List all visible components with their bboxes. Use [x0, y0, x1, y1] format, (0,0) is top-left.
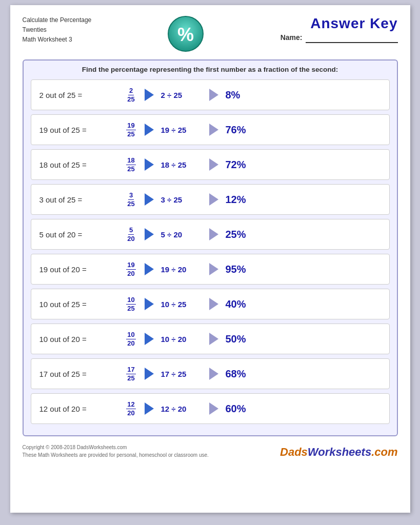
main-content-box: Find the percentage representing the fir…: [23, 59, 398, 436]
fraction-2: 19 25: [124, 122, 138, 138]
division-7: 10 ÷ 25: [161, 300, 202, 309]
fraction-8: 10 20: [124, 331, 138, 347]
division-9: 17 ÷ 25: [161, 370, 202, 378]
answer-5: 25%: [226, 229, 246, 240]
arrow-outline-5: [209, 228, 218, 240]
problem-text-5: 5 out of 20 =: [39, 230, 124, 239]
problem-text-7: 10 out of 25 =: [39, 300, 124, 309]
arrow-outline-1: [209, 89, 218, 101]
problem-row-3: 18 out of 25 = 18 25 18 ÷ 25 72%: [31, 149, 390, 180]
arrow-outline-10: [209, 402, 218, 415]
problem-row-10: 12 out of 20 = 12 20 12 ÷ 20 60%: [31, 393, 390, 424]
arrow-filled-2: [145, 124, 154, 136]
arrow-outline-2: [209, 124, 218, 136]
fraction-9: 17 25: [124, 366, 138, 382]
answer-6: 95%: [226, 264, 246, 275]
footer-left: Copyright © 2008-2018 DadsWorksheets.com…: [23, 443, 209, 459]
problem-text-6: 19 out of 20 =: [39, 265, 124, 274]
arrow-filled-5: [145, 228, 154, 240]
problem-row-4: 3 out of 25 = 3 25 3 ÷ 25 12%: [31, 184, 390, 215]
denominator-5: 20: [126, 235, 135, 243]
title-line1: Calculate the Percentage: [23, 15, 92, 25]
denominator-2: 25: [126, 130, 135, 138]
problems-container: 2 out of 25 = 2 25 2 ÷ 25 8% 19 out of 2…: [31, 79, 390, 424]
division-3: 18 ÷ 25: [161, 160, 202, 169]
denominator-1: 25: [126, 95, 135, 104]
answer-8: 50%: [226, 333, 246, 345]
fraction-5: 5 20: [124, 226, 138, 243]
problem-row-2: 19 out of 25 = 19 25 19 ÷ 25 76%: [31, 114, 390, 145]
arrow-outline-6: [209, 263, 218, 275]
arrow-filled-9: [145, 368, 154, 380]
problem-row-1: 2 out of 25 = 2 25 2 ÷ 25 8%: [31, 79, 390, 110]
denominator-3: 25: [126, 165, 135, 173]
header-center: %: [167, 15, 204, 52]
title-line3: Math Worksheet 3: [23, 35, 92, 45]
arrow-outline-3: [209, 158, 218, 171]
worksheet-page: Calculate the Percentage Twenties Math W…: [10, 5, 410, 513]
arrow-filled-8: [145, 333, 154, 345]
instruction-text: Find the percentage representing the fir…: [31, 66, 390, 73]
denominator-10: 20: [126, 409, 135, 417]
arrow-filled-3: [145, 158, 154, 171]
division-8: 10 ÷ 20: [161, 335, 202, 344]
answer-4: 12%: [226, 194, 246, 206]
numerator-8: 10: [126, 331, 135, 339]
problem-text-2: 19 out of 25 =: [39, 126, 124, 134]
problem-row-7: 10 out of 25 = 10 25 10 ÷ 25 40%: [31, 289, 390, 319]
problem-text-9: 17 out of 25 =: [39, 370, 124, 378]
fraction-1: 2 25: [124, 87, 138, 103]
answer-key-label: Answer Key: [310, 15, 397, 32]
brand-logo: DadsWorksheets.com: [280, 446, 397, 459]
denominator-4: 25: [126, 200, 135, 208]
numerator-1: 2: [128, 87, 134, 95]
answer-1: 8%: [226, 89, 241, 101]
arrow-filled-6: [145, 263, 154, 275]
brand-com: .com: [371, 446, 397, 458]
problem-row-5: 5 out of 20 = 5 20 5 ÷ 20 25%: [31, 219, 390, 250]
arrow-filled-1: [145, 89, 154, 101]
header-left: Calculate the Percentage Twenties Math W…: [23, 15, 92, 45]
arrow-outline-9: [209, 368, 218, 380]
brand-dads: Dads: [280, 446, 308, 458]
problem-text-1: 2 out of 25 =: [39, 91, 124, 99]
problem-text-8: 10 out of 20 =: [39, 335, 124, 344]
header: Calculate the Percentage Twenties Math W…: [23, 15, 398, 52]
answer-3: 72%: [226, 159, 246, 171]
arrow-filled-4: [145, 193, 154, 206]
disclaimer-text: These Math Worksheets are provided for p…: [23, 451, 209, 459]
title-line2: Twenties: [23, 25, 92, 35]
numerator-4: 3: [128, 191, 134, 200]
division-5: 5 ÷ 20: [161, 230, 202, 239]
division-10: 12 ÷ 20: [161, 405, 202, 413]
fraction-4: 3 25: [124, 191, 138, 208]
problem-row-9: 17 out of 25 = 17 25 17 ÷ 25 68%: [31, 358, 390, 389]
fraction-3: 18 25: [124, 156, 138, 173]
arrow-outline-7: [209, 298, 218, 310]
fraction-7: 10 25: [124, 296, 138, 312]
fraction-6: 19 20: [124, 261, 138, 277]
answer-2: 76%: [226, 124, 246, 136]
name-underline: [306, 32, 398, 43]
numerator-7: 10: [126, 296, 135, 305]
problem-text-3: 18 out of 25 =: [39, 160, 124, 169]
denominator-7: 25: [126, 305, 135, 313]
problem-row-8: 10 out of 20 = 10 20 10 ÷ 20 50%: [31, 324, 390, 354]
percent-icon: %: [167, 15, 204, 52]
division-6: 19 ÷ 20: [161, 265, 202, 274]
arrow-filled-10: [145, 402, 154, 415]
numerator-6: 19: [126, 261, 135, 270]
footer: Copyright © 2008-2018 DadsWorksheets.com…: [23, 443, 398, 459]
arrow-filled-7: [145, 298, 154, 310]
denominator-8: 20: [126, 339, 135, 348]
problem-text-10: 12 out of 20 =: [39, 405, 124, 413]
name-line: Name:: [281, 32, 398, 43]
svg-text:%: %: [177, 24, 194, 45]
denominator-6: 20: [126, 270, 135, 278]
division-1: 2 ÷ 25: [161, 91, 202, 99]
name-label: Name:: [281, 33, 303, 42]
header-right: Answer Key Name:: [281, 15, 398, 43]
brand-worksheets: Worksheets: [308, 446, 371, 458]
fraction-10: 12 20: [124, 400, 138, 417]
numerator-9: 17: [126, 366, 135, 374]
